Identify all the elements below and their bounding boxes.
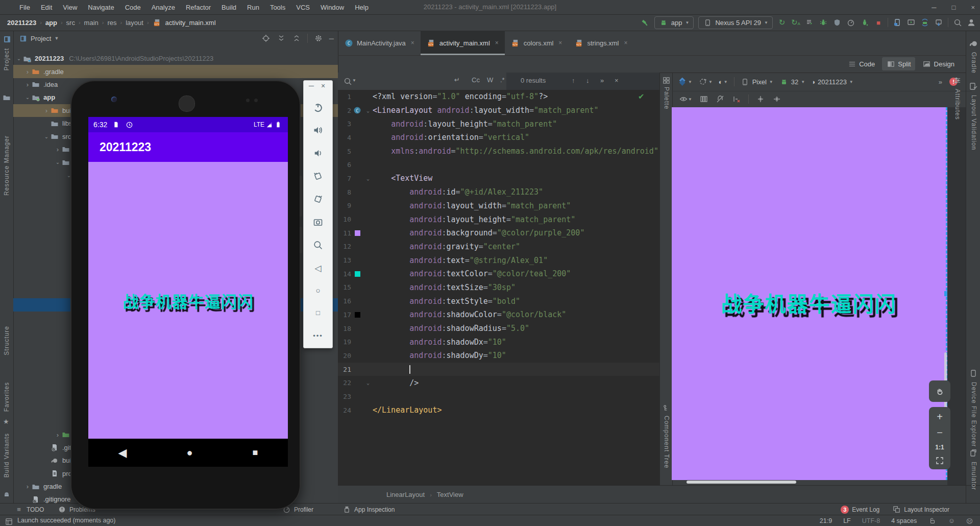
view-mode-design[interactable]: Design: [918, 57, 959, 70]
palette-tab[interactable]: Palette: [663, 87, 670, 109]
view-options-icon[interactable]: ▼: [679, 94, 692, 104]
tool-tab-resource-manager[interactable]: Resource Manager: [3, 135, 10, 196]
color-swatch[interactable]: [351, 312, 363, 318]
zoom-out-button[interactable]: −: [929, 427, 950, 439]
search-icon[interactable]: [953, 18, 962, 27]
chevron-down-icon[interactable]: ▼: [54, 36, 59, 41]
apply-code-changes-icon[interactable]: [832, 18, 842, 27]
lock-icon[interactable]: [928, 516, 937, 525]
breadcrumb-item[interactable]: res: [107, 19, 116, 27]
match-case-toggle[interactable]: Cc: [472, 76, 480, 84]
tree-expand-icon[interactable]: ›: [24, 68, 31, 76]
tree-expand-icon[interactable]: ›: [24, 483, 31, 490]
avatar-icon[interactable]: [967, 18, 976, 27]
close-button[interactable]: ×: [971, 4, 975, 11]
tool-tab-structure[interactable]: Structure: [3, 326, 10, 355]
code-line-15[interactable]: 15 android:textSize="30sp": [338, 281, 659, 295]
theme-selector[interactable]: ◑20211223▼: [811, 78, 853, 86]
tree-expand-icon[interactable]: ›: [24, 81, 31, 88]
sdk-manager-icon[interactable]: [934, 18, 943, 27]
happy-face-icon[interactable]: ☺: [948, 517, 955, 524]
code-line-6[interactable]: 6: [338, 158, 659, 172]
tool-tab-emulator[interactable]: Emulator: [970, 462, 977, 490]
whole-words-toggle[interactable]: W: [487, 76, 493, 84]
overflow-icon[interactable]: »: [939, 78, 942, 86]
tree-expand-icon[interactable]: ⌄: [54, 159, 61, 165]
nav-back-button[interactable]: ◀: [118, 446, 127, 460]
emulator-overview-button[interactable]: □: [304, 309, 332, 317]
run-config-selector[interactable]: app▼: [654, 16, 694, 29]
code-line-7[interactable]: 7⌄ <TextView: [338, 172, 659, 185]
breadcrumb-item[interactable]: main: [84, 19, 99, 27]
device-selector[interactable]: Pixel▼: [741, 77, 773, 86]
align-horizontal-icon[interactable]: [756, 94, 765, 104]
gear-icon[interactable]: [314, 34, 323, 43]
star-icon[interactable]: ★: [3, 418, 9, 425]
code-line-12[interactable]: 12 android:gravity="center": [338, 240, 659, 254]
phone-body[interactable]: 战争机器牛逼闪闪: [88, 162, 288, 439]
emulator-rotate-left-button[interactable]: [304, 171, 332, 181]
tab-close-icon[interactable]: ×: [495, 39, 499, 46]
project-panel-title[interactable]: Project: [31, 35, 51, 42]
tool-windows-icon[interactable]: [4, 517, 13, 526]
emulator-back-button[interactable]: ◁: [304, 263, 332, 274]
newline-icon[interactable]: ↵: [454, 76, 460, 84]
tab-MainActivity.java[interactable]: CMainActivity.java×: [338, 31, 421, 55]
build-variants-icon[interactable]: [2, 489, 11, 498]
view-mode-split[interactable]: Split: [882, 57, 915, 70]
emulator-more-button[interactable]: •••: [304, 332, 332, 340]
file-encoding[interactable]: UTF-8: [862, 517, 880, 524]
prev-match-icon[interactable]: ↑: [572, 77, 575, 84]
code-line-20[interactable]: 20 android:shadowDy="10": [338, 349, 659, 363]
nav-home-button[interactable]: ●: [186, 447, 192, 459]
code-line-18[interactable]: 18 android:shadowRadius="5.0": [338, 322, 659, 336]
tab-close-icon[interactable]: ×: [624, 39, 628, 46]
grid-icon[interactable]: [699, 94, 708, 104]
zoom-100-button[interactable]: 1:1: [929, 444, 950, 451]
tab-activity_main.xml[interactable]: </>activity_main.xml×: [421, 31, 505, 55]
next-match-icon[interactable]: ↓: [586, 77, 590, 84]
maximize-button[interactable]: □: [952, 4, 956, 11]
tool-tab-project[interactable]: Project: [3, 48, 10, 70]
layout-validation-icon[interactable]: [969, 82, 978, 91]
fold-icon[interactable]: ⌄: [363, 380, 373, 386]
collapse-all-icon[interactable]: [292, 34, 301, 43]
palette-icon[interactable]: [662, 76, 671, 85]
tab-strings.xml[interactable]: </>strings.xml×: [568, 31, 633, 55]
tree-expand-icon[interactable]: ⌄: [24, 94, 31, 100]
attributes-tab[interactable]: Attributes: [954, 89, 961, 120]
tree-expand-icon[interactable]: ⌄: [15, 56, 22, 61]
component-tree-tab[interactable]: Component Tree: [663, 416, 670, 468]
orientation-icon[interactable]: ▼: [698, 77, 713, 86]
sad-face-icon[interactable]: ☹: [966, 517, 973, 525]
code-line-23[interactable]: 23: [338, 390, 659, 403]
component-tree-icon[interactable]: [662, 403, 671, 413]
emulator-zoom-button[interactable]: [304, 240, 332, 250]
breadcrumb-file[interactable]: activity_main.xml: [165, 19, 216, 27]
expand-all-icon[interactable]: [277, 34, 286, 43]
search-input[interactable]: [360, 75, 449, 88]
debug-icon[interactable]: [819, 18, 828, 27]
emulator-volume-up-button[interactable]: [304, 125, 332, 135]
preview-textview[interactable]: 战争机器牛逼闪闪: [672, 287, 946, 318]
breadcrumb-item[interactable]: 20211223: [7, 19, 36, 27]
regex-toggle[interactable]: .*: [500, 76, 505, 84]
view-mode-code[interactable]: Code: [843, 57, 879, 70]
tool-tab-favorites[interactable]: Favorites: [3, 382, 10, 412]
color-swatch[interactable]: [351, 271, 363, 277]
tool-tab-device-file-explorer[interactable]: Device File Explorer: [970, 382, 977, 447]
design-canvas[interactable]: 战争机器牛逼闪闪: [672, 107, 947, 480]
emulator-screenshot-button[interactable]: [304, 217, 332, 227]
breadcrumb-item[interactable]: src: [66, 19, 75, 27]
code-line-14[interactable]: 14 android:textColor="@color/teal_200": [338, 267, 659, 281]
minimize-button[interactable]: ─: [932, 4, 936, 11]
night-mode-icon[interactable]: ◐▼: [719, 78, 728, 86]
code-line-3[interactable]: 3 android:layout_height="match_parent": [338, 117, 659, 131]
tree-row[interactable]: ⌄20211223C:\Users\26981\AndroidStudioPro…: [13, 52, 338, 65]
emulator-minimize-button[interactable]: ─: [309, 82, 314, 90]
emulator-volume-down-button[interactable]: [304, 148, 332, 158]
breadcrumb-item[interactable]: app: [45, 19, 57, 27]
emulator-icon[interactable]: [969, 448, 978, 458]
breadcrumb-textview[interactable]: TextView: [437, 491, 463, 498]
code-editor[interactable]: 1<?xml version="1.0" encoding="utf-8"?>2…: [338, 90, 659, 485]
